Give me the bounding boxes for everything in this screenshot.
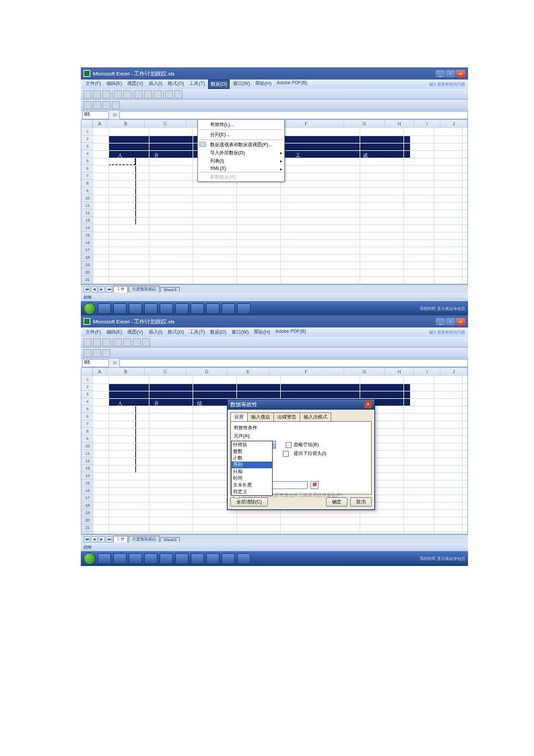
italic-icon[interactable] [102,349,110,357]
sheet-tab-3[interactable]: Sheet3 [160,537,180,542]
column-header[interactable]: D [187,368,228,376]
row-header[interactable]: 1 [81,376,94,383]
menu-dropdown-item[interactable]: 刷新数据(R) [198,173,284,181]
column-header[interactable]: I [414,368,441,376]
taskbar-item[interactable] [191,553,204,564]
row-header[interactable]: 15 [81,480,94,487]
next-sheet-button[interactable]: ▶ [98,536,105,542]
system-tray[interactable]: 系统时间 显示项目等信息 [420,306,465,312]
menu-item[interactable]: 文件(F) [84,80,103,89]
column-header[interactable]: B [107,368,145,376]
taskbar-item[interactable] [206,553,220,564]
row-header[interactable]: 4 [81,398,94,406]
copy-icon[interactable] [133,338,141,346]
new-icon[interactable] [84,90,92,98]
menu-item[interactable]: 数据(D) [208,80,230,89]
menu-item[interactable]: 编辑(E) [104,80,124,89]
listbox-option[interactable]: 时间 [232,475,272,482]
save-icon[interactable] [102,338,110,346]
menu-item[interactable]: 窗口(W) [230,328,251,336]
menu-dropdown-item[interactable]: 导入外部数据(D)▸ [198,149,284,157]
last-sheet-button[interactable]: ⏭ [106,286,112,292]
print-icon[interactable] [114,338,122,346]
column-header[interactable]: A [93,368,107,376]
menu-dropdown-item[interactable]: 有效性(L)... [198,121,284,129]
menu-item[interactable]: 视图(V) [125,80,145,89]
row-header[interactable]: 6 [81,165,94,172]
row-header[interactable]: 20 [81,269,94,276]
listbox-option[interactable]: 整数 [232,448,272,455]
prev-sheet-button[interactable]: ◀ [91,536,98,542]
row-header[interactable]: 8 [81,428,94,435]
menu-item[interactable]: 窗口(W) [231,80,252,89]
sheet-tab-2[interactable]: 月度预算跟踪 [129,536,160,542]
minimize-button[interactable]: _ [436,70,445,77]
cut-icon[interactable] [135,90,143,98]
cancel-button[interactable]: 取消 [350,497,372,507]
row-header[interactable]: 13 [81,217,94,224]
fx-icon[interactable]: fx [110,360,119,365]
maximize-button[interactable]: ▫ [446,318,455,325]
column-header[interactable]: J [440,368,467,376]
italic-icon[interactable] [102,101,110,109]
help-search[interactable]: 键入需要帮助的问题 [429,329,465,336]
redo-icon[interactable] [174,90,182,98]
fx-icon[interactable]: fx [110,113,119,117]
row-header[interactable]: 21 [81,524,94,532]
taskbar-item[interactable] [144,303,158,314]
range-picker-icon[interactable]: ▦ [310,481,319,489]
menu-item[interactable]: 视图(V) [125,328,145,336]
prev-sheet-button[interactable]: ◀ [91,286,98,292]
row-header[interactable]: 2 [81,135,94,143]
tab-settings[interactable]: 设置 [230,412,248,421]
row-header[interactable]: 17 [81,247,94,254]
taskbar-item[interactable] [144,553,158,564]
next-sheet-button[interactable]: ▶ [98,286,105,292]
taskbar-item[interactable] [175,553,189,564]
ok-button[interactable]: 确定 [326,497,347,507]
taskbar-item[interactable] [206,303,220,314]
listbox-option[interactable]: 文本长度 [232,482,272,489]
taskbar-item[interactable] [113,303,127,314]
row-header[interactable]: 16 [81,487,94,495]
row-header[interactable]: 9 [81,187,94,195]
name-box[interactable]: B5 [82,111,109,119]
taskbar-item[interactable] [191,303,204,314]
menu-item[interactable]: 插入(I) [147,80,165,89]
new-icon[interactable] [84,338,92,346]
column-header[interactable]: J [440,120,467,128]
clear-all-button[interactable]: 全部清除(C) [230,497,268,507]
spreadsheet-grid[interactable]: ABCDEFGHIJ 12345678910111213141516171819… [81,120,468,284]
minimize-button[interactable]: _ [436,318,445,325]
taskbar-item[interactable] [175,303,189,314]
bold-icon[interactable] [93,101,101,109]
row-header[interactable]: 7 [81,172,94,180]
listbox-option[interactable]: 任何值 [232,441,272,448]
row-header[interactable]: 5 [81,158,94,165]
close-button[interactable]: × [456,318,465,325]
column-header[interactable]: H [385,120,413,128]
last-sheet-button[interactable]: ⏭ [106,536,112,542]
cut-icon[interactable] [123,338,131,346]
column-header[interactable]: A [93,120,107,128]
row-header[interactable]: 14 [81,472,94,480]
row-header[interactable]: 11 [81,450,94,458]
tab-input-message[interactable]: 输入信息 [247,412,274,421]
column-header[interactable]: I [414,120,441,128]
start-button[interactable] [84,303,96,315]
menu-dropdown-item[interactable]: XML(X)▸ [198,165,284,171]
menu-item[interactable]: 数据(D) [208,328,228,336]
listbox-option[interactable]: 日期 [232,468,272,475]
menu-dropdown-item[interactable]: 列表(I)▸ [198,157,284,165]
taskbar-item[interactable] [160,303,173,314]
open-icon[interactable] [93,90,101,98]
row-header[interactable]: 3 [81,143,94,150]
open-icon[interactable] [93,338,101,346]
row-header[interactable]: 19 [81,509,94,517]
menu-item[interactable]: 工具(T) [187,80,207,89]
spreadsheet-grid[interactable]: ABCDEFGHIJ 12345678910111213141516171819… [81,368,468,534]
menu-item[interactable]: 编辑(E) [104,328,124,336]
row-header[interactable]: 3 [81,391,94,398]
paste-icon[interactable] [142,338,150,346]
taskbar-item[interactable] [237,303,251,314]
